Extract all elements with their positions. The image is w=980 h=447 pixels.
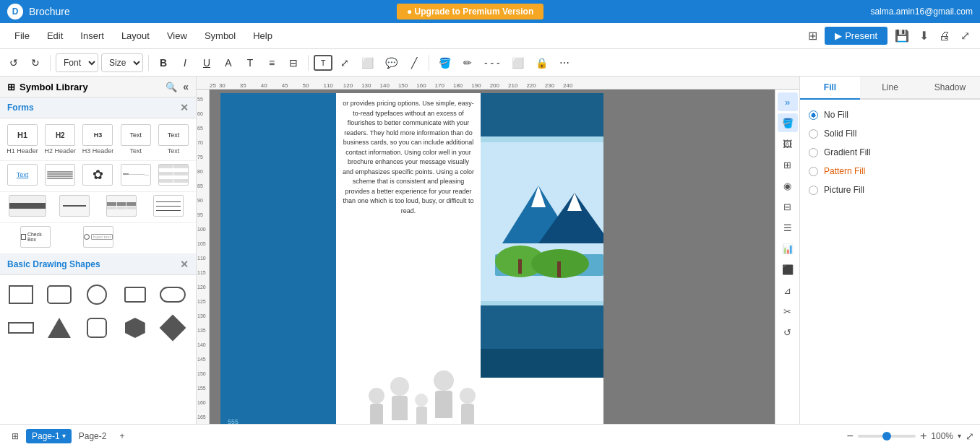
form-item-form-rows[interactable] <box>157 164 190 186</box>
side-tool-image-button[interactable]: 🖼 <box>778 134 798 153</box>
callout-button[interactable]: 💬 <box>381 55 402 71</box>
shape-item-hex[interactable] <box>120 314 150 342</box>
save-button[interactable]: 💾 <box>892 26 912 45</box>
redo-button[interactable]: ↻ <box>26 55 45 71</box>
shape-item-rect[interactable] <box>6 281 36 308</box>
side-tool-chart-button[interactable]: 📊 <box>778 239 798 258</box>
side-tool-stack-button[interactable]: ☰ <box>778 218 798 237</box>
forms-section-close[interactable]: ✕ <box>180 102 189 113</box>
form-item-lines[interactable] <box>43 164 77 186</box>
shapes-section-close[interactable]: ✕ <box>180 259 189 270</box>
tab-shadow[interactable]: Shadow <box>920 77 980 100</box>
text-box-button[interactable]: T <box>314 55 332 71</box>
menu-insert[interactable]: Insert <box>73 27 111 44</box>
menu-layout[interactable]: Layout <box>114 27 157 44</box>
side-tool-history-button[interactable]: ↺ <box>778 323 798 342</box>
side-tool-grid-button[interactable]: ⊞ <box>778 155 798 174</box>
share-button[interactable]: ⤢ <box>958 26 973 45</box>
line-button[interactable]: ╱ <box>405 55 424 71</box>
side-tool-expand-button[interactable]: » <box>778 92 798 111</box>
fullscreen-button[interactable]: ⤢ <box>966 430 974 442</box>
page-nav-prev[interactable]: ⊞ <box>6 429 25 443</box>
line-color-button[interactable]: ✏ <box>458 55 477 71</box>
add-page-button[interactable]: + <box>113 429 130 443</box>
tab-line[interactable]: Line <box>860 77 920 100</box>
fill-option-no-fill[interactable]: No Fill <box>806 105 974 124</box>
bold-button[interactable]: B <box>154 55 173 71</box>
shapes-section-header[interactable]: Basic Drawing Shapes ✕ <box>0 254 196 275</box>
print-button[interactable]: 🖨 <box>936 27 953 45</box>
upgrade-button[interactable]: Upgrade to Premium Version <box>397 4 543 19</box>
form-item-h2[interactable]: H2 H2 Header <box>43 124 77 155</box>
side-tool-layers-button[interactable]: ◉ <box>778 176 798 195</box>
doc-canvas[interactable]: 555 5 @example.com or provides pricing o… <box>210 90 775 424</box>
page-tab-2[interactable]: Page-2 <box>73 429 113 443</box>
font-family-select[interactable]: Font <box>56 53 98 72</box>
fill-option-solid[interactable]: Solid Fill <box>806 124 974 143</box>
panel-search-icon[interactable]: 🔍 <box>166 82 177 92</box>
lock-button[interactable]: 🔒 <box>531 55 552 71</box>
side-tool-table-button[interactable]: ⊟ <box>778 197 798 216</box>
form-item-table-header[interactable] <box>100 195 143 217</box>
download-button[interactable]: ⬇ <box>916 26 932 45</box>
side-tool-arrange-button[interactable]: ✂ <box>778 302 798 321</box>
form-item-link[interactable]: Text <box>6 164 39 186</box>
menu-file[interactable]: File <box>7 27 37 44</box>
border-button[interactable]: ⬜ <box>507 55 528 71</box>
rl-165: 165 <box>197 415 206 420</box>
forms-section-header[interactable]: Forms ✕ <box>0 97 196 118</box>
zoom-in-button[interactable]: + <box>920 430 927 443</box>
form-item-text-block[interactable] <box>119 164 152 186</box>
menu-edit[interactable]: Edit <box>40 27 70 44</box>
fill-option-pattern[interactable]: Pattern Fill <box>806 162 974 181</box>
menu-symbol[interactable]: Symbol <box>197 27 243 44</box>
form-item-h3[interactable]: H3 H3 Header <box>81 124 114 155</box>
undo-button[interactable]: ↺ <box>4 55 23 71</box>
page-tab-1[interactable]: Page-1 ▾ <box>26 429 72 443</box>
form-visual-lines <box>45 164 75 186</box>
menu-view[interactable]: View <box>160 27 194 44</box>
form-item-h1[interactable]: H1 H1 Header <box>6 124 39 155</box>
shape-item-circle[interactable] <box>82 281 112 308</box>
text-align-more-button[interactable]: ⊟ <box>284 55 303 71</box>
shape-item-rect-r[interactable] <box>44 281 74 308</box>
fill-color-button[interactable]: 🪣 <box>434 55 455 71</box>
fill-option-gradient[interactable]: Gradient Fill <box>806 143 974 162</box>
zoom-out-button[interactable]: − <box>847 430 854 443</box>
more-options-button[interactable]: ⋯ <box>555 55 574 71</box>
menu-help[interactable]: Help <box>246 27 280 44</box>
form-item-text2[interactable]: Text Text <box>157 124 190 155</box>
fit-screen-button[interactable]: ⊞ <box>805 26 820 45</box>
form-item-separator[interactable] <box>53 195 95 217</box>
present-button[interactable]: ▶ Present <box>825 27 887 45</box>
form-item-flower[interactable]: ✿ <box>81 164 114 186</box>
shape-item-rect-sm[interactable] <box>120 281 150 308</box>
side-tool-group-button[interactable]: ⬛ <box>778 260 798 279</box>
shape-item-round-sq[interactable] <box>82 314 112 342</box>
tab-fill[interactable]: Fill <box>800 77 860 100</box>
dash-style-button[interactable]: - - - <box>480 55 504 71</box>
connector-button[interactable]: ⤢ <box>335 55 354 71</box>
shape-item-triangle[interactable] <box>44 314 74 342</box>
form-item-wide-rect[interactable] <box>6 195 48 217</box>
underline-button[interactable]: U <box>197 55 216 71</box>
form-item-radio[interactable]: Input text <box>69 226 127 248</box>
italic-button[interactable]: I <box>176 55 194 71</box>
shape-item-stadium[interactable] <box>158 281 188 308</box>
zoom-slider[interactable] <box>858 435 916 438</box>
text-style-button[interactable]: T <box>241 55 259 71</box>
panel-collapse-icon[interactable]: « <box>183 81 189 92</box>
side-tool-align-button[interactable]: ⊿ <box>778 281 798 300</box>
font-size-select[interactable]: Size <box>101 53 143 72</box>
shape-item-bar[interactable] <box>6 314 36 342</box>
form-visual-radio: Input text <box>83 226 113 248</box>
shape-item-diamond[interactable] <box>158 314 188 342</box>
align-button[interactable]: ≡ <box>262 55 281 71</box>
form-item-checkbox[interactable]: Check Box <box>6 226 64 248</box>
form-item-lines-alt[interactable] <box>147 195 190 217</box>
side-tool-fill-button[interactable]: 🪣 <box>778 113 798 132</box>
shape-button[interactable]: ⬜ <box>357 55 378 71</box>
form-item-text[interactable]: Text Text <box>119 124 152 155</box>
fill-option-picture[interactable]: Picture Fill <box>806 181 974 199</box>
font-color-button[interactable]: A <box>219 55 238 71</box>
